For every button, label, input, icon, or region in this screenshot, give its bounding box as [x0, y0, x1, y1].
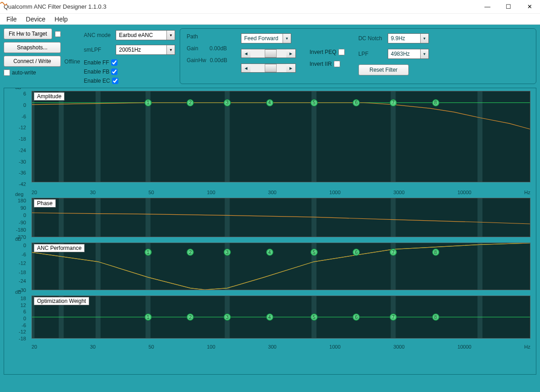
invert-iir-checkbox[interactable] [334, 61, 340, 67]
fit-hw-checkbox[interactable] [55, 31, 61, 37]
filter-marker-1[interactable]: 1 [144, 249, 152, 256]
filter-marker-5[interactable]: 5 [310, 249, 318, 256]
arrow-right-icon[interactable]: ▶ [286, 49, 295, 58]
filter-marker-6[interactable]: 6 [353, 99, 360, 106]
filter-marker-8[interactable]: 8 [432, 249, 439, 256]
phase-title: Phase [34, 199, 56, 207]
enable-ec-checkbox[interactable] [112, 78, 118, 84]
filter-marker-7[interactable]: 7 [390, 99, 397, 106]
y-tick: 0 [6, 243, 26, 248]
smlpf-combo[interactable]: 20051Hz ▼ [116, 45, 175, 55]
arrow-left-icon[interactable]: ◀ [241, 64, 251, 72]
auto-write-row[interactable]: auto-write [4, 69, 61, 76]
phase-chart[interactable]: deg 180900-90-180-270 Phase [6, 198, 534, 240]
path-combo[interactable]: Feed Forward ▼ [241, 33, 291, 43]
lpf-value: 4983Hz [388, 51, 420, 57]
filter-marker-4[interactable]: 4 [266, 99, 273, 106]
x-tick: 3000 [393, 190, 404, 195]
invert-peq-row[interactable]: Invert PEQ [310, 49, 345, 55]
gainhw-slider[interactable]: ◀ ▶ [241, 64, 296, 73]
enable-fb-row[interactable]: Enable FB [84, 69, 175, 75]
slider-thumb[interactable] [265, 49, 277, 58]
enable-ff-row[interactable]: Enable FF [84, 59, 175, 66]
dcnotch-combo[interactable]: 9.9Hz ▼ [388, 33, 429, 43]
invert-peq-checkbox[interactable] [338, 49, 345, 55]
filter-marker-7[interactable]: 7 [390, 249, 397, 256]
close-button[interactable]: ✕ [519, 0, 540, 14]
filter-marker-1[interactable]: 1 [144, 313, 152, 321]
reset-filter-button[interactable]: Reset Filter [358, 64, 409, 75]
phase-unit: deg [15, 191, 23, 197]
filter-marker-4[interactable]: 4 [266, 313, 273, 321]
menu-bar: File Device Help [0, 14, 540, 25]
x-tick: 100 [207, 344, 215, 350]
x-tick: 10000 [457, 344, 471, 350]
maximize-button[interactable]: ☐ [498, 0, 519, 14]
anc-chart[interactable]: dB 0-6-12-18-24-30 ANC Performance 12345… [6, 243, 534, 293]
filter-marker-5[interactable]: 5 [310, 313, 318, 321]
x-tick: 3000 [393, 344, 404, 350]
gain-slider[interactable]: ◀ ▶ [241, 49, 296, 58]
x-tick: 100 [207, 190, 215, 195]
title-bar: Qualcomm ANC Filter Designer 1.1.0.3 — ☐… [0, 0, 540, 14]
filter-marker-2[interactable]: 2 [187, 99, 194, 106]
y-tick: 18 [6, 296, 26, 301]
filter-marker-3[interactable]: 3 [224, 313, 231, 321]
filter-marker-2[interactable]: 2 [187, 313, 194, 321]
gainhw-label: GainHw [187, 57, 206, 64]
invert-iir-row[interactable]: Invert IIR [310, 61, 345, 67]
amplitude-chart[interactable]: dB 60-6-12-18-24-30-36-42 Amplitude 1234… [6, 91, 534, 187]
filter-marker-1[interactable]: 1 [144, 99, 152, 106]
auto-write-checkbox[interactable] [4, 69, 10, 76]
filter-marker-3[interactable]: 3 [224, 249, 231, 256]
menu-device[interactable]: Device [21, 15, 50, 24]
filter-marker-8[interactable]: 8 [432, 313, 439, 321]
minimize-button[interactable]: — [477, 0, 498, 14]
anc-mode-label: ANC mode [84, 32, 111, 38]
x-tick: 30 [90, 344, 96, 350]
y-tick: -24 [6, 278, 26, 284]
enable-fb-checkbox[interactable] [111, 69, 118, 75]
snapshots-button[interactable]: Snapshots... [4, 42, 61, 53]
menu-file[interactable]: File [2, 15, 21, 24]
charts-area: dB 60-6-12-18-24-30-36-42 Amplitude 1234… [4, 88, 536, 375]
auto-write-label: auto-write [12, 69, 36, 76]
arrow-right-icon[interactable]: ▶ [286, 64, 295, 72]
anc-mode-combo[interactable]: Earbud eANC ▼ [116, 30, 175, 40]
filter-marker-5[interactable]: 5 [310, 99, 318, 106]
y-tick: -90 [6, 220, 26, 225]
weight-chart[interactable]: dB 181260-6-12-18 Optimization Weight 12… [6, 296, 534, 341]
slider-thumb[interactable] [265, 64, 277, 72]
arrow-left-icon[interactable]: ◀ [241, 49, 251, 58]
weight-unit: dB [15, 289, 21, 295]
filter-marker-8[interactable]: 8 [432, 99, 439, 106]
enable-ff-label: Enable FF [84, 59, 109, 66]
filter-marker-3[interactable]: 3 [224, 99, 231, 106]
x-tick: 30 [90, 190, 96, 195]
y-tick: -12 [6, 125, 26, 130]
lpf-combo[interactable]: 4983Hz ▼ [388, 49, 429, 59]
invert-peq-label: Invert PEQ [310, 49, 337, 55]
enable-ec-row[interactable]: Enable EC [84, 78, 175, 84]
path-value: Feed Forward [241, 35, 283, 42]
fit-hw-button[interactable]: Fit Hw to Target [4, 28, 52, 39]
filter-marker-4[interactable]: 4 [266, 249, 273, 256]
filter-marker-6[interactable]: 6 [353, 249, 360, 256]
x-tick: 50 [149, 344, 154, 350]
x-tick: 1000 [329, 190, 340, 195]
menu-help[interactable]: Help [50, 15, 72, 24]
filter-marker-6[interactable]: 6 [353, 313, 360, 321]
workspace: Fit Hw to Target Snapshots... Connect / … [0, 25, 540, 392]
filter-marker-2[interactable]: 2 [187, 249, 194, 256]
y-tick: -12 [6, 260, 26, 266]
connect-write-button[interactable]: Connect / Write [4, 56, 61, 67]
enable-ff-checkbox[interactable] [111, 59, 118, 66]
filter-marker-7[interactable]: 7 [390, 313, 397, 321]
anc-title: ANC Performance [34, 244, 85, 252]
chevron-down-icon: ▼ [166, 45, 175, 54]
x-tick: 10000 [457, 190, 471, 195]
x-tick: 50 [149, 190, 154, 195]
y-tick: 6 [6, 91, 26, 96]
chevron-down-icon: ▼ [283, 34, 291, 43]
dcnotch-label: DC Notch [358, 35, 384, 42]
